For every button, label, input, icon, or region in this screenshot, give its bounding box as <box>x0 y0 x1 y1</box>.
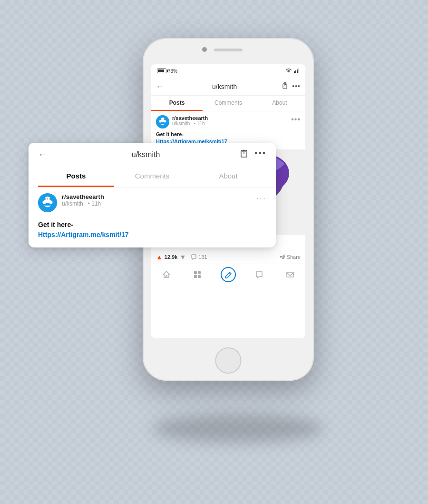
post-subreddit: r/savetheearth <box>172 115 288 121</box>
svg-rect-1 <box>295 70 296 73</box>
phone-home-button[interactable] <box>215 347 242 374</box>
phone-nav-bar: ← u/ksmith ••• <box>151 78 305 96</box>
svg-rect-2 <box>297 69 298 73</box>
phone-tabs: Posts Comments About <box>151 96 305 111</box>
tab-comments[interactable]: Comments <box>203 96 254 111</box>
downvote-button[interactable]: ▼ <box>179 253 186 261</box>
svg-rect-3 <box>298 68 299 73</box>
svg-point-9 <box>159 120 162 123</box>
post-avatar <box>156 115 169 128</box>
post-user-time: u/ksmith • 11h <box>172 121 288 126</box>
comments-button[interactable]: 131 <box>191 254 207 260</box>
phone-nav-icons: ••• <box>282 82 301 90</box>
nav-grid[interactable] <box>190 267 205 282</box>
card-post-meta: r/savetheearth u/ksmith • 11h <box>62 193 252 207</box>
nav-home[interactable] <box>159 267 174 282</box>
post-text-bold: Get it here- <box>156 131 184 137</box>
card-post-more[interactable]: ··· <box>256 193 266 203</box>
comment-count: 131 <box>198 254 207 260</box>
card-post-avatar <box>38 193 57 212</box>
svg-point-21 <box>283 257 284 258</box>
post-meta: r/savetheearth u/ksmith • 11h <box>172 115 288 126</box>
card-tab-posts[interactable]: Posts <box>38 166 114 187</box>
card-nav-bar: ← u/ksmith ••• <box>29 143 276 166</box>
nav-mail[interactable] <box>282 267 298 282</box>
wifi-icon <box>285 68 292 74</box>
svg-rect-24 <box>194 275 197 278</box>
battery-indicator: 73% <box>157 69 177 74</box>
phone-back-button[interactable]: ← <box>156 82 164 91</box>
share-button[interactable]: Share <box>279 254 301 260</box>
post-more-button[interactable]: ••• <box>291 115 301 124</box>
svg-rect-26 <box>287 272 293 277</box>
card-back-button[interactable]: ← <box>38 149 48 160</box>
phone-camera <box>202 47 207 52</box>
post-actions: ▲ 12.9k ▼ 131 Share <box>151 250 305 264</box>
card-post-link[interactable]: Https://Artigram.me/ksmit/17 <box>38 231 129 238</box>
status-icons <box>285 68 300 74</box>
svg-rect-22 <box>194 271 197 274</box>
card-subreddit-label: r/savetheearth <box>62 193 252 200</box>
nav-create[interactable] <box>221 267 236 282</box>
svg-point-7 <box>160 119 162 120</box>
card-user-time: u/ksmith • 11h <box>62 200 252 207</box>
status-bar: 73% <box>151 64 305 78</box>
card-title: u/ksmith <box>52 150 239 159</box>
tab-about[interactable]: About <box>254 96 305 111</box>
card-tabs: Posts Comments About <box>29 166 276 188</box>
svg-point-30 <box>44 198 46 200</box>
phone-nav-title: u/ksmith <box>167 83 282 90</box>
phone-shadow <box>152 414 323 443</box>
signal-bars-icon <box>294 68 300 74</box>
svg-point-19 <box>283 255 284 257</box>
svg-point-32 <box>43 201 46 204</box>
vote-count: 12.9k <box>165 254 178 260</box>
card-post-row: r/savetheearth u/ksmith • 11h ··· <box>29 188 276 220</box>
svg-point-20 <box>280 256 281 257</box>
card-text-bold: Get it here- <box>38 221 73 228</box>
phone-speaker <box>214 49 243 51</box>
svg-point-34 <box>47 198 48 199</box>
svg-point-31 <box>49 198 51 200</box>
vote-controls[interactable]: ▲ 12.9k ▼ <box>156 253 186 261</box>
nav-chat[interactable] <box>252 267 267 282</box>
card-tab-comments[interactable]: Comments <box>114 166 190 187</box>
card-tab-about[interactable]: About <box>190 166 266 187</box>
svg-point-10 <box>164 120 166 123</box>
card-action-icons: ••• <box>239 148 266 160</box>
phone-share-icon[interactable] <box>282 82 288 90</box>
svg-point-33 <box>49 201 53 204</box>
svg-point-8 <box>164 119 165 120</box>
battery-percent: 73% <box>168 69 177 74</box>
svg-rect-25 <box>198 275 201 278</box>
svg-rect-23 <box>198 271 201 274</box>
card-post-text: Get it here- Https://Artigram.me/ksmit/1… <box>29 220 276 247</box>
card-upload-icon[interactable] <box>239 148 249 160</box>
phone-more-icon[interactable]: ••• <box>292 82 301 90</box>
upvote-button[interactable]: ▲ <box>156 253 163 261</box>
svg-rect-0 <box>294 71 295 73</box>
phone-bottom-nav <box>151 264 305 285</box>
tab-posts[interactable]: Posts <box>151 96 203 111</box>
share-label: Share <box>287 254 301 260</box>
card-more-icon[interactable]: ••• <box>254 148 266 160</box>
floating-card: ← u/ksmith ••• Posts Comments About <box>29 143 276 247</box>
